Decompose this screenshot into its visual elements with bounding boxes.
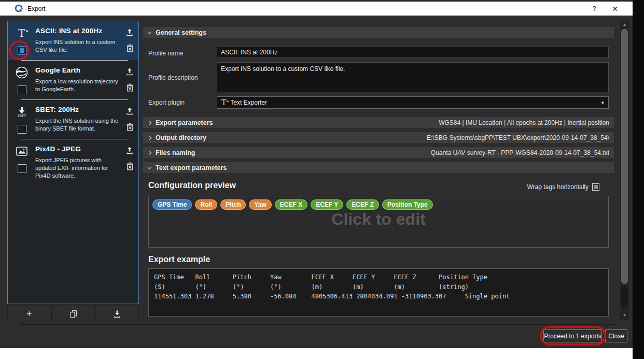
- profile-description: Export JPEG pictures with updated EXIF i…: [35, 156, 119, 180]
- dialog-title: Export: [27, 5, 46, 12]
- image-icon: [16, 144, 27, 159]
- add-profile-button[interactable]: +: [7, 306, 51, 322]
- duplicate-icon: [69, 310, 77, 318]
- qinertia-logo-icon: [15, 4, 23, 13]
- profile-actions-bar: +: [7, 306, 139, 322]
- tags-row: GPS Time Roll Pitch Yaw ECEF X ECEF Y EC…: [152, 199, 605, 210]
- proceed-button[interactable]: Proceed to 1 exports: [543, 329, 602, 342]
- screen-bottom-edge: [0, 348, 633, 359]
- profile-description-label: Profile description: [148, 74, 198, 81]
- profile-checkbox-ascii-ins[interactable]: [18, 46, 26, 55]
- tag-yaw[interactable]: Yaw: [249, 199, 271, 210]
- scrollbar-thumb[interactable]: [621, 29, 628, 284]
- profile-checkbox-sbet[interactable]: [18, 125, 26, 134]
- tag-gps-time[interactable]: GPS Time: [152, 199, 192, 210]
- profile-checkbox-pix4d[interactable]: [18, 164, 26, 173]
- tag-ecef-z[interactable]: ECEF Z: [346, 199, 379, 210]
- section-text-export-parameters[interactable]: Text export parameters: [143, 162, 614, 173]
- profile-item-ascii-ins[interactable]: T▸ ASCII: INS at 200Hz Export INS soluti…: [8, 21, 138, 60]
- profile-name-input[interactable]: [217, 47, 609, 58]
- scroll-down-icon[interactable]: ▼: [620, 313, 629, 318]
- profile-title: Google Earth: [35, 66, 119, 74]
- click-to-edit-placeholder: Click to edit: [149, 210, 608, 229]
- wrap-tags-row: Wrap tags horizontally: [527, 183, 600, 191]
- chevron-down-icon: [147, 30, 151, 34]
- vertical-scrollbar[interactable]: ▲ ▼: [620, 21, 629, 320]
- export-parameters-summary: WGS84 | IMU Location | All epochs at 200…: [217, 119, 609, 126]
- export-dialog: Export ? ✕ T▸ ASCII: INS at 200Hz: [0, 2, 633, 348]
- tag-ecef-y[interactable]: ECEF Y: [311, 199, 343, 210]
- section-output-directory[interactable]: Output directory E:\SBG Systems\sbgPP\TE…: [143, 132, 614, 143]
- output-directory-path: E:\SBG Systems\sbgPP\TEST UBX\export\202…: [211, 134, 609, 141]
- dialog-content: T▸ ASCII: INS at 200Hz Export INS soluti…: [0, 16, 633, 348]
- export-plugin-value: Text Exporter: [230, 99, 267, 106]
- google-earth-icon: [16, 65, 28, 80]
- export-profile-icon[interactable]: [125, 107, 134, 115]
- files-naming-pattern: Quanta UAV survey-RT - PPP-WGS84-2020-09…: [200, 149, 609, 156]
- profile-title: ASCII: INS at 200Hz: [35, 27, 119, 35]
- tag-pitch[interactable]: Pitch: [220, 199, 246, 210]
- export-plugin-label: Export plugin: [148, 99, 185, 106]
- delete-profile-icon[interactable]: [126, 83, 134, 92]
- profile-item-google-earth[interactable]: Google Earth Export a low resolution tra…: [8, 61, 138, 99]
- screen: Export ? ✕ T▸ ASCII: INS at 200Hz: [0, 0, 644, 359]
- footer-divider: [20, 324, 617, 325]
- profile-item-sbet[interactable]: SBET SBET: 200Hz Export the INS solution…: [8, 100, 138, 139]
- import-profile-button[interactable]: [95, 306, 139, 322]
- title-bar: Export ? ✕: [0, 2, 633, 16]
- delete-profile-icon[interactable]: [126, 162, 134, 170]
- text-exporter-icon: T▸: [18, 26, 25, 40]
- configuration-preview-editor[interactable]: GPS Time Roll Pitch Yaw ECEF X ECEF Y EC…: [148, 196, 609, 248]
- profile-name-label: Profile name: [148, 50, 183, 57]
- export-example-box: GPS Time Roll Pitch Yaw ECEF X ECEF Y EC…: [148, 268, 609, 317]
- duplicate-profile-button[interactable]: [51, 306, 95, 322]
- profile-item-pix4d[interactable]: Pix4D - JPEG Export JPEG pictures with u…: [8, 139, 138, 184]
- profile-description: Export a low resolution trajectory to Go…: [35, 78, 119, 93]
- chevron-down-icon: ▾: [601, 99, 604, 106]
- section-files-naming[interactable]: Files naming Quanta UAV survey-RT - PPP-…: [143, 147, 614, 158]
- chevron-down-icon: [147, 165, 151, 169]
- profile-title: SBET: 200Hz: [35, 106, 119, 113]
- help-button[interactable]: ?: [584, 2, 605, 16]
- section-export-parameters[interactable]: Export parameters WGS84 | IMU Location |…: [143, 117, 614, 128]
- profile-description: Export INS solution to a custom CSV like…: [35, 38, 119, 54]
- export-profile-icon[interactable]: [125, 146, 134, 154]
- delete-profile-icon[interactable]: [126, 123, 134, 131]
- profile-description: Export the INS solution using the binary…: [35, 117, 119, 133]
- export-plugin-dropdown[interactable]: T▸ Text Exporter ▾: [217, 96, 609, 109]
- scrollbar-track-gap: [621, 286, 628, 308]
- export-profiles-list: T▸ ASCII: INS at 200Hz Export INS soluti…: [7, 21, 139, 304]
- download-icon: [113, 310, 121, 318]
- text-exporter-icon: T▸: [221, 99, 226, 106]
- wrap-tags-label: Wrap tags horizontally: [527, 183, 589, 191]
- wrap-tags-checkbox[interactable]: [592, 183, 599, 191]
- plus-icon: +: [26, 309, 32, 320]
- export-profile-icon[interactable]: [125, 28, 134, 36]
- profile-description-input[interactable]: Export INS solution to a custom CSV like…: [217, 62, 609, 92]
- tag-ecef-x[interactable]: ECEF X: [275, 199, 307, 210]
- chevron-right-icon: [147, 120, 151, 124]
- close-window-button[interactable]: ✕: [605, 2, 625, 16]
- export-example-title: Export example: [148, 255, 210, 264]
- section-general-settings[interactable]: General settings: [143, 27, 614, 38]
- tag-position-type[interactable]: Position Type: [382, 199, 433, 210]
- chevron-right-icon: [147, 150, 151, 154]
- sbet-download-icon: SBET: [18, 105, 26, 119]
- delete-profile-icon[interactable]: [126, 44, 134, 52]
- screen-right-edge: [633, 0, 644, 359]
- close-button[interactable]: Close: [605, 329, 627, 342]
- scroll-up-icon[interactable]: ▲: [620, 22, 629, 27]
- export-profile-icon[interactable]: [125, 67, 134, 76]
- profile-checkbox-google-earth[interactable]: [18, 85, 26, 94]
- configuration-preview-title: Configuration preview: [148, 181, 236, 190]
- profile-title: Pix4D - JPEG: [35, 145, 119, 153]
- chevron-right-icon: [147, 135, 151, 139]
- tag-roll[interactable]: Roll: [195, 199, 217, 210]
- export-example-content: GPS Time Roll Pitch Yaw ECEF X ECEF Y EC…: [154, 272, 603, 301]
